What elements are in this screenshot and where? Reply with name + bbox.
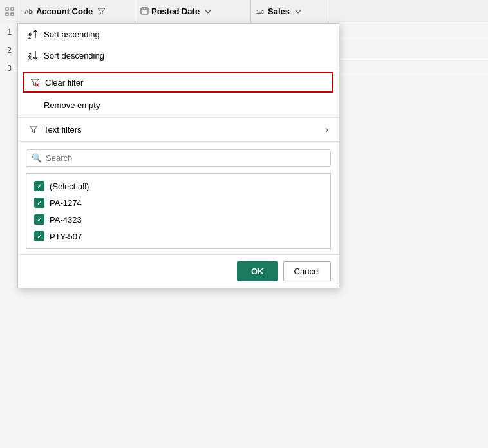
checkbox-pa-4323-box: ✓ xyxy=(34,214,44,225)
row-number-2: 2 xyxy=(0,41,19,59)
account-code-label: Account Code xyxy=(36,6,93,16)
text-filters-arrow-icon: › xyxy=(325,124,328,135)
sales-filter-btn[interactable] xyxy=(292,6,304,17)
text-filters-label: Text filters xyxy=(44,125,82,135)
sort-asc-icon: A Z xyxy=(28,29,39,39)
posted-date-label: Posted Date xyxy=(151,6,200,16)
row-number-1: 1 xyxy=(0,23,19,41)
checkbox-select-all[interactable]: ✓ (Select all) xyxy=(26,178,330,194)
clear-filter-label: Clear filter xyxy=(45,78,83,88)
svg-rect-0 xyxy=(6,8,8,10)
row-num-header xyxy=(0,0,19,23)
footer-buttons: OK Cancel xyxy=(18,254,339,288)
text-filter-icon xyxy=(28,124,39,135)
ok-button[interactable]: OK xyxy=(237,261,278,281)
svg-text:Abc: Abc xyxy=(24,8,33,15)
clear-filter-item[interactable]: Clear filter xyxy=(23,72,333,93)
sales-label: Sales xyxy=(268,6,290,16)
header-row: Abc Account Code Posted Date xyxy=(0,0,488,23)
checkbox-pty-507-label: PTY-507 xyxy=(50,232,82,241)
text-filters-item[interactable]: Text filters › xyxy=(18,119,339,140)
remove-empty-item[interactable]: Remove empty xyxy=(18,95,339,116)
col-header-posted-date[interactable]: Posted Date xyxy=(135,0,251,23)
filter-dropdown-panel: A Z Sort ascending Z A Sort descending xyxy=(17,23,339,288)
row-number-3: 3 xyxy=(0,59,19,77)
checkbox-check-icon: ✓ xyxy=(37,183,42,190)
search-input[interactable] xyxy=(46,153,325,163)
col-header-account-code[interactable]: Abc Account Code xyxy=(19,0,135,23)
cancel-button[interactable]: Cancel xyxy=(283,261,331,281)
checkbox-pa-1274-box: ✓ xyxy=(34,198,44,208)
clear-filter-icon xyxy=(30,77,40,88)
sort-ascending-item[interactable]: A Z Sort ascending xyxy=(18,24,339,45)
abc-icon: Abc xyxy=(24,6,33,15)
text-filters-left: Text filters xyxy=(28,124,82,135)
search-box: 🔍 xyxy=(26,149,331,167)
svg-rect-5 xyxy=(141,8,148,14)
dropdown-arrow-icon xyxy=(204,8,212,15)
separator-2 xyxy=(18,117,339,118)
sort-descending-label: Sort descending xyxy=(44,51,104,61)
col-header-sales[interactable]: 1₂3 Sales xyxy=(251,0,328,23)
grid-icon xyxy=(5,7,14,16)
checkbox-select-all-box: ✓ xyxy=(34,181,44,191)
separator-1 xyxy=(18,68,339,68)
svg-text:Z: Z xyxy=(28,35,32,39)
date-type-icon xyxy=(140,6,149,16)
clear-filter-wrapper: Clear filter xyxy=(18,70,339,95)
text-type-icon: Abc xyxy=(24,6,33,17)
checkbox-pa-4323-label: PA-4323 xyxy=(50,215,82,225)
checkbox-check-icon: ✓ xyxy=(37,233,42,240)
checkbox-check-icon: ✓ xyxy=(37,200,42,207)
search-icon: 🔍 xyxy=(32,153,42,163)
checkbox-pa-1274[interactable]: ✓ PA-1274 xyxy=(26,194,330,211)
checkbox-pty-507[interactable]: ✓ PTY-507 xyxy=(26,228,330,245)
remove-empty-label: Remove empty xyxy=(44,100,100,110)
123-icon: 1₂3 xyxy=(256,6,265,15)
calendar-icon xyxy=(140,6,149,15)
svg-rect-1 xyxy=(11,8,14,10)
number-type-icon: 1₂3 xyxy=(256,6,265,17)
sort-ascending-label: Sort ascending xyxy=(44,30,100,39)
sort-desc-icon: Z A xyxy=(28,50,39,61)
account-code-filter-btn[interactable] xyxy=(95,6,108,17)
checkbox-check-icon: ✓ xyxy=(37,216,42,223)
sort-descending-item[interactable]: Z A Sort descending xyxy=(18,45,339,66)
posted-date-filter-btn[interactable] xyxy=(202,6,214,17)
spreadsheet: Abc Account Code Posted Date xyxy=(0,0,488,448)
filter-icon xyxy=(97,7,106,15)
svg-text:A: A xyxy=(28,56,32,61)
svg-text:1₂3: 1₂3 xyxy=(256,9,264,15)
sales-dropdown-arrow-icon xyxy=(294,8,302,15)
checkbox-pa-1274-label: PA-1274 xyxy=(50,198,82,208)
search-section: 🔍 xyxy=(18,143,339,169)
checkbox-pty-507-box: ✓ xyxy=(34,231,44,241)
svg-rect-3 xyxy=(11,13,14,15)
checkbox-select-all-label: (Select all) xyxy=(50,182,89,191)
separator-3 xyxy=(18,141,339,142)
checkbox-pa-4323[interactable]: ✓ PA-4323 xyxy=(26,211,330,228)
checkbox-list: ✓ (Select all) ✓ PA-1274 ✓ PA-4323 ✓ xyxy=(26,173,331,249)
svg-rect-2 xyxy=(6,13,8,15)
